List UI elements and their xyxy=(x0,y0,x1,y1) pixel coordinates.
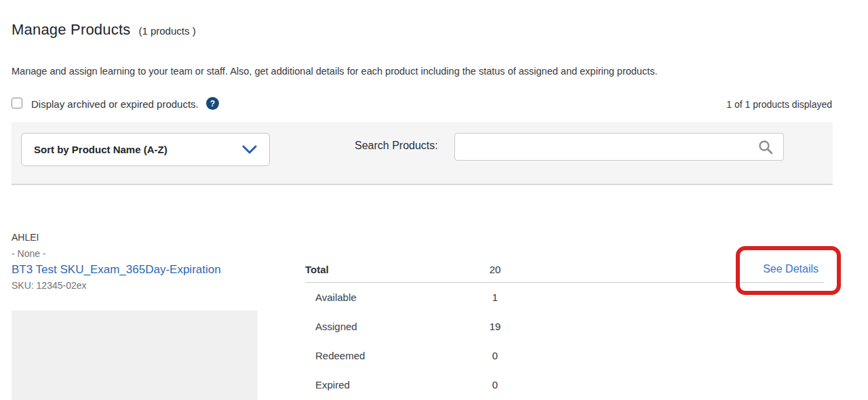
stat-label: Redeemed xyxy=(305,350,475,361)
search-input[interactable] xyxy=(454,133,784,161)
search-box xyxy=(454,133,784,161)
display-archived-label: Display archived or expired products. xyxy=(31,98,199,110)
stat-row-redeemed: Redeemed 0 xyxy=(305,341,824,370)
stat-value: 0 xyxy=(475,350,515,361)
stat-row-expired: Expired 0 xyxy=(305,370,824,399)
filters-toolbar: Sort by Product Name (A-Z) Search Produc… xyxy=(12,122,833,185)
archive-filter-row: Display archived or expired products. ? … xyxy=(12,97,832,112)
display-archived-checkbox[interactable] xyxy=(12,98,22,108)
stat-value: 1 xyxy=(475,292,515,303)
question-mark-glyph: ? xyxy=(210,99,215,108)
manage-products-page: Manage Products (1 products ) Manage and… xyxy=(0,0,868,400)
stat-value: 19 xyxy=(475,321,515,332)
product-sku: SKU: 12345-02ex xyxy=(12,280,87,291)
product-stats-table: Total 20 See Details Available 1 Assigne… xyxy=(305,256,824,399)
stat-row-assigned: Assigned 19 xyxy=(305,312,824,341)
product-brand: AHLEI xyxy=(12,232,39,243)
products-displayed-count: 1 of 1 products displayed xyxy=(726,99,832,110)
stat-value: 0 xyxy=(475,379,515,391)
search-icon[interactable] xyxy=(758,140,773,155)
product-name-link[interactable]: BT3 Test SKU_Exam_365Day-Expiration xyxy=(12,263,221,277)
stat-row-available: Available 1 xyxy=(305,283,824,312)
stat-label: Total xyxy=(305,264,475,275)
search-products-label: Search Products: xyxy=(355,140,438,152)
stat-label: Assigned xyxy=(305,321,475,332)
page-title: Manage Products xyxy=(12,21,130,39)
stat-value: 20 xyxy=(475,264,515,275)
see-details-link[interactable]: See Details xyxy=(763,263,824,275)
sort-dropdown[interactable]: Sort by Product Name (A-Z) xyxy=(21,133,270,166)
stat-label: Available xyxy=(305,292,475,303)
help-icon[interactable]: ? xyxy=(206,97,219,110)
stat-label: Expired xyxy=(305,379,475,391)
chevron-down-icon xyxy=(242,145,257,154)
stat-row-total: Total 20 See Details xyxy=(305,256,824,283)
product-category: - None - xyxy=(12,248,46,259)
sort-dropdown-value: Sort by Product Name (A-Z) xyxy=(34,144,167,155)
page-description: Manage and assign learning to your team … xyxy=(12,66,832,77)
page-header: Manage Products (1 products ) xyxy=(12,21,196,39)
product-image-placeholder xyxy=(12,311,258,400)
products-count: (1 products ) xyxy=(138,25,195,37)
